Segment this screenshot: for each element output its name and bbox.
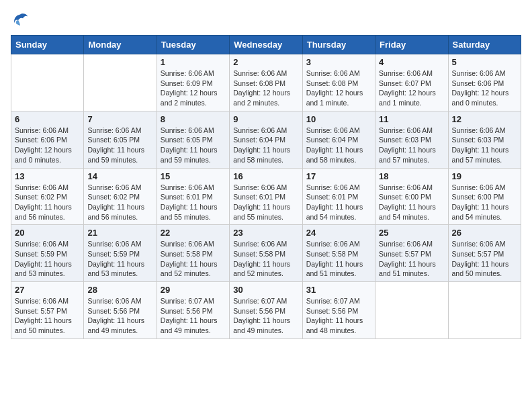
day-info: Sunrise: 6:06 AM Sunset: 6:04 PM Dayligh…	[306, 126, 371, 165]
day-number: 9	[233, 114, 298, 124]
calendar-cell: 10Sunrise: 6:06 AM Sunset: 6:04 PM Dayli…	[302, 111, 375, 168]
calendar-cell: 21Sunrise: 6:06 AM Sunset: 5:59 PM Dayli…	[84, 225, 157, 282]
day-number: 19	[452, 171, 517, 181]
header-row: SundayMondayTuesdayWednesdayThursdayFrid…	[11, 36, 521, 54]
calendar-week-row: 1Sunrise: 6:06 AM Sunset: 6:09 PM Daylig…	[11, 54, 521, 111]
day-info: Sunrise: 6:06 AM Sunset: 6:00 PM Dayligh…	[452, 183, 517, 222]
logo	[11, 11, 32, 30]
calendar-cell: 17Sunrise: 6:06 AM Sunset: 6:01 PM Dayli…	[302, 168, 375, 225]
calendar-cell: 15Sunrise: 6:06 AM Sunset: 6:01 PM Dayli…	[157, 168, 229, 225]
day-info: Sunrise: 6:06 AM Sunset: 6:09 PM Dayligh…	[161, 68, 226, 108]
day-number: 24	[306, 228, 371, 238]
calendar-cell: 9Sunrise: 6:06 AM Sunset: 6:04 PM Daylig…	[230, 111, 302, 168]
calendar-cell: 30Sunrise: 6:07 AM Sunset: 5:56 PM Dayli…	[230, 282, 302, 339]
day-number: 6	[15, 114, 80, 124]
day-info: Sunrise: 6:07 AM Sunset: 5:56 PM Dayligh…	[161, 296, 226, 336]
day-number: 29	[161, 285, 226, 295]
day-number: 8	[161, 114, 226, 124]
day-number: 31	[306, 285, 371, 295]
day-info: Sunrise: 6:06 AM Sunset: 6:08 PM Dayligh…	[233, 68, 298, 108]
weekday-header: Tuesday	[157, 36, 229, 54]
day-info: Sunrise: 6:06 AM Sunset: 6:01 PM Dayligh…	[161, 183, 226, 222]
day-number: 4	[379, 57, 444, 67]
day-info: Sunrise: 6:06 AM Sunset: 5:56 PM Dayligh…	[87, 296, 152, 336]
day-info: Sunrise: 6:06 AM Sunset: 6:06 PM Dayligh…	[452, 68, 517, 108]
calendar-cell	[375, 282, 448, 339]
calendar-cell: 24Sunrise: 6:06 AM Sunset: 5:58 PM Dayli…	[302, 225, 375, 282]
calendar-cell	[84, 54, 157, 111]
day-info: Sunrise: 6:06 AM Sunset: 6:06 PM Dayligh…	[15, 126, 80, 165]
day-number: 27	[15, 285, 80, 295]
calendar-cell: 28Sunrise: 6:06 AM Sunset: 5:56 PM Dayli…	[84, 282, 157, 339]
day-number: 26	[452, 228, 517, 238]
day-info: Sunrise: 6:06 AM Sunset: 6:04 PM Dayligh…	[233, 126, 298, 165]
day-number: 30	[233, 285, 298, 295]
day-info: Sunrise: 6:06 AM Sunset: 6:02 PM Dayligh…	[15, 183, 80, 222]
weekday-header: Wednesday	[230, 36, 302, 54]
day-info: Sunrise: 6:06 AM Sunset: 5:58 PM Dayligh…	[161, 239, 226, 279]
day-number: 22	[161, 228, 226, 238]
calendar-table: SundayMondayTuesdayWednesdayThursdayFrid…	[11, 35, 521, 339]
day-number: 10	[306, 114, 371, 124]
calendar-cell	[448, 282, 521, 339]
day-number: 1	[161, 57, 226, 67]
calendar-cell: 18Sunrise: 6:06 AM Sunset: 6:00 PM Dayli…	[375, 168, 448, 225]
day-info: Sunrise: 6:06 AM Sunset: 5:57 PM Dayligh…	[452, 239, 517, 279]
day-info: Sunrise: 6:06 AM Sunset: 6:05 PM Dayligh…	[87, 126, 152, 165]
day-info: Sunrise: 6:06 AM Sunset: 5:57 PM Dayligh…	[15, 296, 80, 336]
calendar-cell: 12Sunrise: 6:06 AM Sunset: 6:03 PM Dayli…	[448, 111, 521, 168]
day-number: 16	[233, 171, 298, 181]
day-info: Sunrise: 6:07 AM Sunset: 5:56 PM Dayligh…	[306, 296, 371, 336]
calendar-cell: 25Sunrise: 6:06 AM Sunset: 5:57 PM Dayli…	[375, 225, 448, 282]
day-info: Sunrise: 6:06 AM Sunset: 6:08 PM Dayligh…	[306, 68, 371, 108]
day-info: Sunrise: 6:06 AM Sunset: 6:05 PM Dayligh…	[161, 126, 226, 165]
day-number: 15	[161, 171, 226, 181]
calendar-cell: 29Sunrise: 6:07 AM Sunset: 5:56 PM Dayli…	[157, 282, 229, 339]
calendar-cell: 22Sunrise: 6:06 AM Sunset: 5:58 PM Dayli…	[157, 225, 229, 282]
calendar-week-row: 13Sunrise: 6:06 AM Sunset: 6:02 PM Dayli…	[11, 168, 521, 225]
day-info: Sunrise: 6:06 AM Sunset: 6:00 PM Dayligh…	[379, 183, 444, 222]
calendar-cell	[11, 54, 84, 111]
calendar-cell: 27Sunrise: 6:06 AM Sunset: 5:57 PM Dayli…	[11, 282, 84, 339]
calendar-cell: 31Sunrise: 6:07 AM Sunset: 5:56 PM Dayli…	[302, 282, 375, 339]
calendar-cell: 11Sunrise: 6:06 AM Sunset: 6:03 PM Dayli…	[375, 111, 448, 168]
calendar-cell: 7Sunrise: 6:06 AM Sunset: 6:05 PM Daylig…	[84, 111, 157, 168]
day-info: Sunrise: 6:06 AM Sunset: 5:57 PM Dayligh…	[379, 239, 444, 279]
calendar-cell: 5Sunrise: 6:06 AM Sunset: 6:06 PM Daylig…	[448, 54, 521, 111]
day-info: Sunrise: 6:06 AM Sunset: 6:03 PM Dayligh…	[379, 126, 444, 165]
day-number: 28	[87, 285, 152, 295]
calendar-cell: 16Sunrise: 6:06 AM Sunset: 6:01 PM Dayli…	[230, 168, 302, 225]
calendar-week-row: 20Sunrise: 6:06 AM Sunset: 5:59 PM Dayli…	[11, 225, 521, 282]
calendar-cell: 4Sunrise: 6:06 AM Sunset: 6:07 PM Daylig…	[375, 54, 448, 111]
calendar-cell: 20Sunrise: 6:06 AM Sunset: 5:59 PM Dayli…	[11, 225, 84, 282]
calendar-week-row: 27Sunrise: 6:06 AM Sunset: 5:57 PM Dayli…	[11, 282, 521, 339]
day-info: Sunrise: 6:06 AM Sunset: 6:02 PM Dayligh…	[87, 183, 152, 222]
day-number: 13	[15, 171, 80, 181]
page-header	[11, 11, 521, 30]
calendar-week-row: 6Sunrise: 6:06 AM Sunset: 6:06 PM Daylig…	[11, 111, 521, 168]
weekday-header: Friday	[375, 36, 448, 54]
day-number: 23	[233, 228, 298, 238]
calendar-cell: 6Sunrise: 6:06 AM Sunset: 6:06 PM Daylig…	[11, 111, 84, 168]
day-number: 11	[379, 114, 444, 124]
calendar-cell: 23Sunrise: 6:06 AM Sunset: 5:58 PM Dayli…	[230, 225, 302, 282]
day-info: Sunrise: 6:06 AM Sunset: 5:59 PM Dayligh…	[15, 239, 80, 279]
day-number: 18	[379, 171, 444, 181]
calendar-cell: 13Sunrise: 6:06 AM Sunset: 6:02 PM Dayli…	[11, 168, 84, 225]
day-number: 21	[87, 228, 152, 238]
day-info: Sunrise: 6:06 AM Sunset: 6:03 PM Dayligh…	[452, 126, 517, 165]
day-number: 17	[306, 171, 371, 181]
day-info: Sunrise: 6:06 AM Sunset: 5:58 PM Dayligh…	[233, 239, 298, 279]
day-info: Sunrise: 6:06 AM Sunset: 6:07 PM Dayligh…	[379, 68, 444, 108]
day-info: Sunrise: 6:06 AM Sunset: 5:59 PM Dayligh…	[87, 239, 152, 279]
calendar-cell: 8Sunrise: 6:06 AM Sunset: 6:05 PM Daylig…	[157, 111, 229, 168]
weekday-header: Saturday	[448, 36, 521, 54]
day-number: 25	[379, 228, 444, 238]
weekday-header: Monday	[84, 36, 157, 54]
calendar-cell: 14Sunrise: 6:06 AM Sunset: 6:02 PM Dayli…	[84, 168, 157, 225]
calendar-cell: 2Sunrise: 6:06 AM Sunset: 6:08 PM Daylig…	[230, 54, 302, 111]
day-number: 3	[306, 57, 371, 67]
calendar-cell: 26Sunrise: 6:06 AM Sunset: 5:57 PM Dayli…	[448, 225, 521, 282]
weekday-header: Sunday	[11, 36, 84, 54]
calendar-cell: 1Sunrise: 6:06 AM Sunset: 6:09 PM Daylig…	[157, 54, 229, 111]
